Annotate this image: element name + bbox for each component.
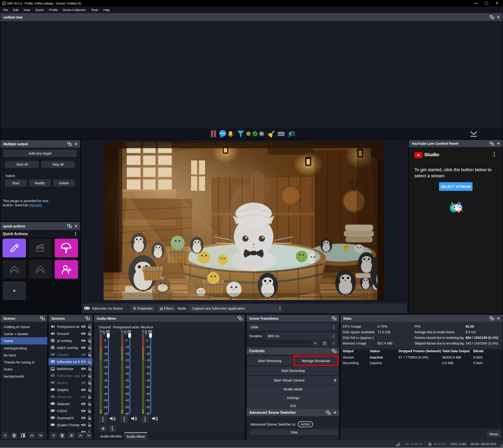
svg-text:-30: -30 [125,372,129,375]
svg-text:-40: -40 [146,385,150,389]
svg-text:-15: -15 [146,352,150,355]
svg-text:-35: -35 [146,379,150,382]
svg-text:AUTO: AUTO [278,133,285,135]
svg-text:-55: -55 [125,406,129,409]
svg-text:-15: -15 [104,352,108,355]
svg-text:-25: -25 [104,366,108,369]
svg-text:-5: -5 [146,339,148,342]
svg-text:-50: -50 [146,399,150,402]
svg-text:-50: -50 [125,399,129,402]
svg-text:-45: -45 [125,392,129,396]
svg-text:-10: -10 [125,345,129,349]
svg-text:-35: -35 [125,379,129,382]
svg-text:-30: -30 [146,372,150,375]
svg-text:-30: -30 [104,372,108,375]
svg-text:-40: -40 [125,385,129,389]
svg-text:⚙: ⚙ [101,427,105,431]
svg-text:-10: -10 [146,345,150,349]
svg-text:-5: -5 [125,339,128,342]
svg-text:-25: -25 [125,366,129,369]
svg-text:-40: -40 [104,385,108,389]
svg-text:0: 0 [146,332,148,335]
svg-text:-60: -60 [125,412,129,416]
svg-text:Foreground activ: Foreground activ [113,325,139,329]
svg-text:-20: -20 [104,359,108,362]
svg-text:-60: -60 [104,412,108,416]
svg-text:-45: -45 [104,392,108,396]
svg-text:Mic/Aux: Mic/Aux [141,325,153,329]
svg-text:-10: -10 [104,345,108,349]
svg-text:-60: -60 [146,412,150,416]
svg-text:-15: -15 [125,352,129,355]
svg-text:0: 0 [125,332,127,335]
svg-text:-55: -55 [146,406,150,409]
svg-text:-50: -50 [104,399,108,402]
svg-text:-25: -25 [146,366,150,369]
svg-text:-45: -45 [146,392,150,396]
svg-text:-20: -20 [146,359,150,362]
svg-text:-5: -5 [104,339,106,342]
svg-text:-55: -55 [104,406,108,409]
svg-text:0: 0 [104,332,105,335]
svg-text:-35: -35 [104,379,108,382]
svg-text:-20: -20 [125,359,129,362]
svg-text:Discord: Discord [99,325,111,329]
